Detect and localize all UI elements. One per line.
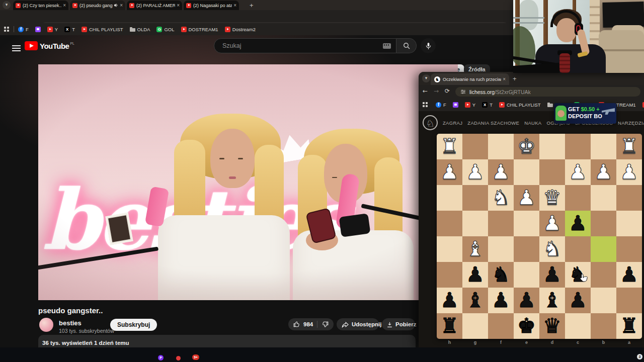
board-square[interactable]: ♝	[462, 236, 488, 262]
subscribe-button[interactable]: Subskrybuj	[110, 319, 157, 331]
board-square[interactable]	[488, 134, 514, 159]
apps-grid-icon[interactable]	[423, 102, 428, 108]
search-input[interactable]: Szukaj	[214, 38, 396, 53]
board-square[interactable]	[437, 262, 462, 288]
download-button[interactable]: Pobierz	[382, 318, 415, 330]
board-square[interactable]: ♟	[539, 211, 565, 236]
board-square[interactable]	[514, 211, 539, 236]
white-p-piece[interactable]: ♟	[591, 159, 616, 185]
refresh-icon[interactable]: ⟳	[445, 87, 450, 95]
board-square[interactable]: ♟	[488, 159, 514, 185]
board-square[interactable]	[539, 159, 565, 185]
board-square[interactable]	[616, 288, 642, 313]
board-square[interactable]	[591, 236, 616, 262]
bookmark-Dostream2[interactable]: Dostream2	[225, 27, 256, 32]
browser-tab-2[interactable]: (2) PARALIŻ AMERYKAŃSKIEGO×	[127, 1, 182, 10]
board-square[interactable]	[591, 134, 616, 159]
board-square[interactable]	[565, 134, 591, 159]
board-square[interactable]	[514, 159, 539, 185]
bookmark-F[interactable]: fF	[18, 27, 29, 32]
tab-search-chevron-icon[interactable]: ▾	[3, 1, 11, 9]
board-square[interactable]	[437, 211, 462, 236]
keyboard-icon[interactable]	[383, 43, 391, 49]
board-square[interactable]: ♜	[616, 313, 642, 339]
menu-icon[interactable]	[12, 45, 21, 51]
board-square[interactable]: ♚	[514, 134, 539, 159]
board-square[interactable]: ♟	[591, 159, 616, 185]
black-p-piece[interactable]: ♟	[539, 262, 565, 288]
bookmark-Dostream2[interactable]: Dostream2	[642, 102, 644, 108]
close-icon[interactable]: ×	[120, 3, 123, 8]
board-square[interactable]: ♞	[539, 236, 565, 262]
black-p-piece[interactable]: ♟	[565, 211, 591, 236]
white-b-piece[interactable]: ♝	[462, 236, 488, 262]
bookmark-CHIL PLAYLIST[interactable]: CHIL PLAYLIST	[82, 27, 123, 32]
lichess-nav-ZAGRAJ[interactable]: ZAGRAJ	[443, 120, 462, 126]
black-p-piece[interactable]: ♟	[514, 288, 539, 313]
bookmark-T[interactable]: XT	[482, 102, 493, 108]
forward-icon[interactable]: →	[434, 87, 439, 95]
white-p-piece[interactable]: ♟	[539, 211, 565, 236]
board-square[interactable]: ♜	[437, 134, 462, 159]
youtube-logo[interactable]: YouTube PL	[25, 41, 74, 50]
close-icon[interactable]: ×	[63, 3, 66, 8]
black-n-piece[interactable]: ♞	[488, 262, 514, 288]
bookmark-GOL[interactable]: GGOL	[156, 27, 174, 32]
board-square[interactable]: ♝	[462, 288, 488, 313]
new-tab-button[interactable]: +	[250, 2, 254, 9]
address-bar[interactable]: lichess.org/St2xrGjRTUAk	[455, 87, 640, 97]
lichess-nav-NARZĘDZIA[interactable]: NARZĘDZIA	[618, 120, 644, 126]
board-square[interactable]	[616, 236, 642, 262]
board-square[interactable]: ♟	[565, 159, 591, 185]
browser-tab-0[interactable]: (2) Czy ten piesek...? - YouTube×	[13, 1, 68, 10]
lichess-nav-ZADANIA SZACHOWE[interactable]: ZADANIA SZACHOWE	[467, 120, 519, 126]
white-n-piece[interactable]: ♞	[488, 185, 514, 211]
black-q-piece[interactable]: ♛	[539, 313, 565, 339]
bookmark-Y[interactable]: Y	[47, 27, 58, 32]
channel-name[interactable]: besties	[59, 319, 82, 327]
board-square[interactable]: ♟	[616, 159, 642, 185]
bookmark-Y[interactable]: Y	[465, 102, 475, 108]
bookmark-twitch[interactable]	[453, 102, 458, 108]
board-square[interactable]: ♜	[437, 313, 462, 339]
black-p-piece[interactable]: ♟	[488, 288, 514, 313]
black-r-piece[interactable]: ♜	[437, 313, 462, 339]
board-square[interactable]	[462, 313, 488, 339]
board-square[interactable]	[462, 211, 488, 236]
board-square[interactable]: ♟	[462, 262, 488, 288]
video-player[interactable]: besties	[38, 64, 458, 300]
board-square[interactable]	[462, 185, 488, 211]
black-p-piece[interactable]: ♟	[462, 262, 488, 288]
bookmark-twitch[interactable]	[35, 27, 41, 32]
board-square[interactable]	[591, 262, 616, 288]
share-button[interactable]: Udostępnij	[337, 318, 379, 330]
white-p-piece[interactable]: ♟	[488, 159, 514, 185]
white-k-piece[interactable]: ♚	[514, 134, 539, 159]
board-square[interactable]: ♟	[437, 159, 462, 185]
like-dislike-group[interactable]: 984	[288, 318, 334, 330]
board-square[interactable]	[591, 211, 616, 236]
black-p-piece[interactable]: ♟	[437, 288, 462, 313]
board-square[interactable]: ♛	[539, 313, 565, 339]
board-square[interactable]: ♟	[565, 211, 591, 236]
white-n-piece[interactable]: ♞	[539, 236, 565, 262]
board-square[interactable]	[565, 236, 591, 262]
board-square[interactable]	[591, 185, 616, 211]
white-p-piece[interactable]: ♟	[616, 159, 642, 185]
board-square[interactable]: ♜	[616, 134, 642, 159]
bookmark-OLDA[interactable]: OLDA	[130, 27, 150, 32]
close-icon[interactable]: ×	[503, 76, 506, 82]
board-square[interactable]: ♞	[488, 262, 514, 288]
board-square[interactable]: ♟	[488, 288, 514, 313]
board-square[interactable]: ♟	[616, 262, 642, 288]
bookmark-DOSTREAM1[interactable]: DOSTREAM1	[181, 27, 218, 32]
tab-search-chevron-icon[interactable]: ▾	[422, 74, 430, 82]
close-icon[interactable]: ×	[177, 3, 180, 8]
white-r-piece[interactable]: ♜	[616, 134, 642, 159]
board-square[interactable]: ♟	[462, 159, 488, 185]
bookmark-T[interactable]: XT	[64, 27, 75, 32]
board-square[interactable]	[565, 313, 591, 339]
search-button[interactable]	[396, 38, 417, 53]
board-square[interactable]: ♞	[488, 185, 514, 211]
board-square[interactable]: ♟	[565, 288, 591, 313]
